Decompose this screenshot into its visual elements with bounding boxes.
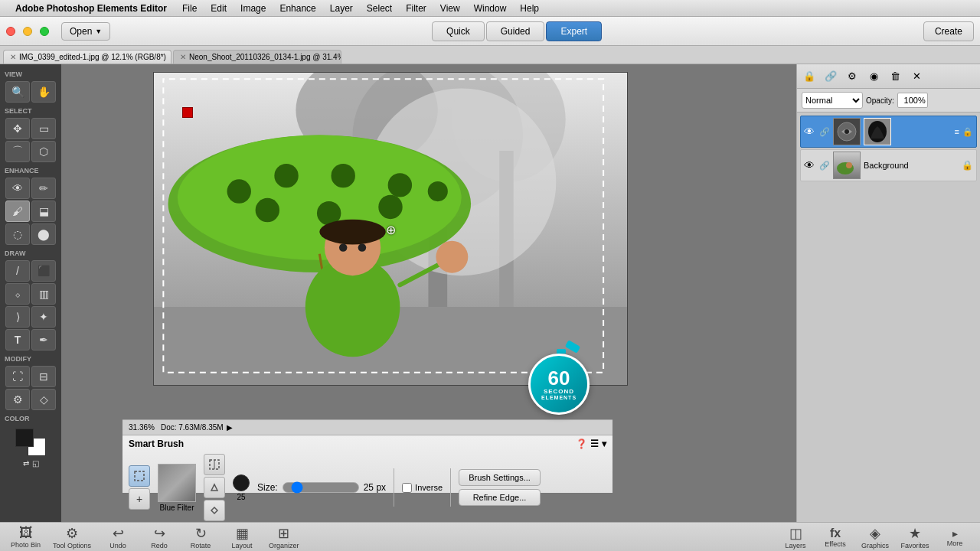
layout-button[interactable]: ▦ Layout xyxy=(223,523,261,551)
settings-icon-button[interactable]: ⚙ xyxy=(843,67,861,86)
gradient-tool[interactable]: ▥ xyxy=(31,283,56,305)
menu-enhance[interactable]: Enhance xyxy=(273,2,322,15)
organizer-button[interactable]: ⊞ Organizer xyxy=(264,523,304,551)
layer-item-bluefilter[interactable]: 👁 🔗 xyxy=(800,116,977,148)
menu-help[interactable]: Help xyxy=(514,2,545,15)
expert-mode-button[interactable]: Expert xyxy=(546,21,602,41)
paint-bucket-tool[interactable]: ⬦ xyxy=(5,283,30,305)
add-selection-button[interactable]: + xyxy=(129,488,150,510)
sub-brush-btn2[interactable] xyxy=(204,477,225,498)
tab-neon[interactable]: ✕ Neon_Shoot_20110326_0134-1.jpg @ 31.4%… xyxy=(173,50,341,64)
quick-mode-button[interactable]: Quick xyxy=(432,21,485,41)
recompose-tool[interactable]: ⊟ xyxy=(31,366,56,387)
menu-view[interactable]: View xyxy=(434,2,466,15)
close-panel-icon-button[interactable]: ✕ xyxy=(907,67,926,86)
undo-button[interactable]: ↩ Undo xyxy=(99,523,137,551)
layer-options-icon[interactable]: 🔒 xyxy=(962,127,973,137)
smart-brush-tool[interactable]: 🖌 xyxy=(5,201,30,222)
new-selection-button[interactable] xyxy=(129,465,150,487)
open-button[interactable]: Open ▼ xyxy=(61,22,110,41)
eye-tool[interactable]: 👁 xyxy=(5,178,30,199)
view-icon-button[interactable]: ◉ xyxy=(864,67,883,86)
sponge-tool[interactable]: ⬤ xyxy=(31,223,56,245)
crop-tool[interactable]: ⛶ xyxy=(5,366,30,387)
eraser-tool[interactable]: ⬛ xyxy=(31,260,56,282)
hand-tool[interactable]: ✋ xyxy=(31,81,56,103)
tab-close-icon[interactable]: ✕ xyxy=(10,53,16,61)
swap-colors-icon[interactable]: ⇄ xyxy=(23,459,29,468)
brush-size-number: 25 xyxy=(237,493,245,501)
menu-layer[interactable]: Layer xyxy=(324,2,359,15)
menu-file[interactable]: File xyxy=(176,2,203,15)
svg-point-22 xyxy=(339,243,347,251)
eyedropper-tool[interactable]: ⟩ xyxy=(5,306,30,328)
options-tool[interactable]: ⚙ xyxy=(5,389,30,410)
menu-filter[interactable]: Filter xyxy=(400,2,433,15)
status-arrow-icon[interactable]: ▶ xyxy=(227,423,233,432)
menu-edit[interactable]: Edit xyxy=(204,2,233,15)
default-colors-icon[interactable]: ◱ xyxy=(32,459,39,468)
color-swatches[interactable] xyxy=(15,429,46,456)
brush-settings-button[interactable]: Brush Settings... xyxy=(459,469,541,486)
refine-edge-button[interactable]: Refine Edge... xyxy=(459,489,541,506)
modify-tools-row1: ⛶ ⊟ xyxy=(2,366,60,387)
clone-tool[interactable]: ⬓ xyxy=(31,201,56,222)
photo-bin-button[interactable]: 🖼 Photo Bin xyxy=(6,523,45,550)
tool-options-button[interactable]: ⚙ Tool Options xyxy=(48,523,96,551)
layer-visibility-icon[interactable]: 👁 xyxy=(804,159,816,171)
move-tool[interactable]: ✥ xyxy=(5,118,30,139)
sub-brush-btn1[interactable] xyxy=(204,454,225,475)
graphics-panel-button[interactable]: ◈ Graphics xyxy=(856,523,894,551)
menu-image[interactable]: Image xyxy=(234,2,272,15)
favorites-panel-button[interactable]: ★ Favorites xyxy=(896,523,934,551)
redo-button[interactable]: ↪ Redo xyxy=(140,523,178,551)
close-button[interactable] xyxy=(6,27,15,36)
size-slider[interactable] xyxy=(283,482,359,493)
link-icon-button[interactable]: 🔗 xyxy=(822,67,840,86)
zoom-tool[interactable]: 🔍 xyxy=(5,81,30,103)
move-cursor-icon: ⊕ xyxy=(386,223,396,237)
menu-select[interactable]: Select xyxy=(361,2,398,15)
delete-icon-button[interactable]: 🗑 xyxy=(886,67,904,86)
lock-icon-button[interactable]: 🔒 xyxy=(800,67,818,86)
inverse-checkbox[interactable] xyxy=(402,483,412,493)
opacity-input[interactable] xyxy=(897,93,928,108)
brush-tool[interactable]: / xyxy=(5,260,30,282)
help-icon[interactable]: ❓ xyxy=(576,439,587,449)
blend-mode-select[interactable]: Normal Multiply Screen Overlay xyxy=(802,92,863,109)
lasso-tool[interactable]: ⌒ xyxy=(5,141,30,162)
more-panel-button[interactable]: ▸ More xyxy=(936,526,974,549)
guided-mode-button[interactable]: Guided xyxy=(486,21,545,41)
quick-select-tool[interactable]: ⬡ xyxy=(31,141,56,162)
blur-tool[interactable]: ◌ xyxy=(5,223,30,245)
minimize-button[interactable] xyxy=(23,27,32,36)
sub-brush-btn3[interactable] xyxy=(204,500,225,521)
rotate-button[interactable]: ↻ Rotate xyxy=(181,523,220,551)
effects-panel-button[interactable]: fx Effects xyxy=(816,525,854,549)
sub-brush1-icon xyxy=(208,458,220,471)
select-tools-row2: ⌒ ⬡ xyxy=(2,141,60,162)
layer-item-background[interactable]: 👁 🔗 xyxy=(800,149,977,181)
maximize-button[interactable] xyxy=(40,27,49,36)
cookie-cutter-tool[interactable]: ◇ xyxy=(31,389,56,410)
expand-icon[interactable]: ▾ xyxy=(602,439,606,449)
canvas-container[interactable]: ⊕ xyxy=(153,72,628,386)
text-tool[interactable]: T xyxy=(5,329,30,350)
spot-heal-tool[interactable]: ✏ xyxy=(31,178,56,199)
create-button[interactable]: Create xyxy=(923,21,974,41)
heal-tool[interactable]: ✦ xyxy=(31,306,56,328)
sub-brush-buttons xyxy=(204,454,225,521)
tab-img0399[interactable]: ✕ IMG_0399_edited-1.jpg @ 12.1% (RGB/8*) xyxy=(3,50,172,64)
pen-tool[interactable]: ✒ xyxy=(31,329,56,350)
menu-window[interactable]: Window xyxy=(468,2,513,15)
layer-visibility-icon[interactable]: 👁 xyxy=(804,126,816,138)
brush-preview[interactable] xyxy=(158,464,196,502)
layers-panel-button[interactable]: ◫ Layers xyxy=(776,523,815,551)
open-dropdown-icon[interactable]: ▼ xyxy=(95,28,102,35)
rotate-icon: ↻ xyxy=(195,525,207,542)
foreground-color-swatch[interactable] xyxy=(15,429,34,447)
rect-select-tool[interactable]: ▭ xyxy=(31,118,56,139)
list-icon[interactable]: ☰ xyxy=(590,439,599,449)
layer-mask-thumbnail[interactable] xyxy=(864,118,891,145)
tab-close-icon[interactable]: ✕ xyxy=(180,53,186,61)
